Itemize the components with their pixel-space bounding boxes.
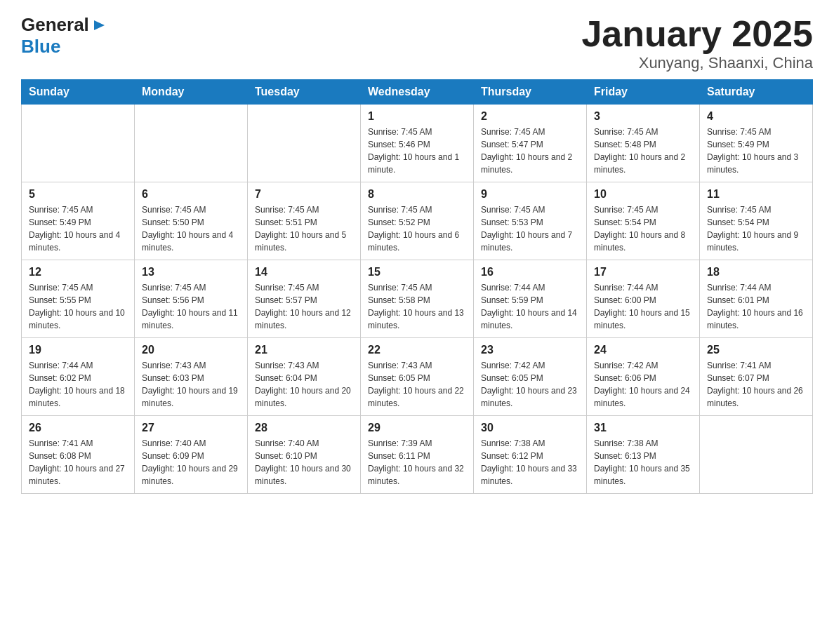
day-number: 18 [707, 266, 805, 279]
calendar-cell [700, 416, 813, 494]
weekday-header-friday: Friday [587, 80, 700, 105]
day-number: 5 [29, 188, 127, 201]
month-title: January 2025 [581, 14, 813, 54]
day-info: Sunrise: 7:38 AM Sunset: 6:13 PM Dayligh… [594, 437, 692, 488]
day-info: Sunrise: 7:45 AM Sunset: 5:58 PM Dayligh… [368, 281, 466, 332]
location-text: Xunyang, Shaanxi, China [581, 54, 813, 72]
day-info: Sunrise: 7:41 AM Sunset: 6:07 PM Dayligh… [707, 359, 805, 410]
day-number: 16 [481, 266, 579, 279]
day-info: Sunrise: 7:45 AM Sunset: 5:56 PM Dayligh… [142, 281, 240, 332]
day-number: 6 [142, 188, 240, 201]
day-info: Sunrise: 7:45 AM Sunset: 5:49 PM Dayligh… [29, 203, 127, 254]
day-number: 22 [368, 344, 466, 356]
day-info: Sunrise: 7:45 AM Sunset: 5:53 PM Dayligh… [481, 203, 579, 254]
day-info: Sunrise: 7:43 AM Sunset: 6:04 PM Dayligh… [255, 359, 353, 410]
logo-arrow-icon [91, 18, 106, 36]
day-info: Sunrise: 7:45 AM Sunset: 5:55 PM Dayligh… [29, 281, 127, 332]
day-info: Sunrise: 7:45 AM Sunset: 5:46 PM Dayligh… [368, 126, 466, 176]
day-number: 17 [594, 266, 692, 279]
day-info: Sunrise: 7:43 AM Sunset: 6:05 PM Dayligh… [368, 359, 466, 410]
title-block: January 2025 Xunyang, Shaanxi, China [581, 14, 813, 72]
calendar-week-row: 19Sunrise: 7:44 AM Sunset: 6:02 PM Dayli… [22, 338, 813, 416]
svg-marker-0 [94, 20, 105, 30]
calendar-cell: 10Sunrise: 7:45 AM Sunset: 5:54 PM Dayli… [587, 182, 700, 260]
page-header: General Blue January 2025 Xunyang, Shaan… [21, 14, 813, 72]
day-info: Sunrise: 7:44 AM Sunset: 5:59 PM Dayligh… [481, 281, 579, 332]
day-info: Sunrise: 7:45 AM Sunset: 5:57 PM Dayligh… [255, 281, 353, 332]
day-number: 27 [142, 422, 240, 434]
day-info: Sunrise: 7:44 AM Sunset: 6:01 PM Dayligh… [707, 281, 805, 332]
calendar-cell: 14Sunrise: 7:45 AM Sunset: 5:57 PM Dayli… [248, 260, 361, 338]
calendar-cell: 26Sunrise: 7:41 AM Sunset: 6:08 PM Dayli… [22, 416, 135, 494]
weekday-header-saturday: Saturday [700, 80, 813, 105]
logo-general-text: General [21, 14, 89, 36]
day-info: Sunrise: 7:45 AM Sunset: 5:51 PM Dayligh… [255, 203, 353, 254]
calendar-cell: 23Sunrise: 7:42 AM Sunset: 6:05 PM Dayli… [474, 338, 587, 416]
calendar-cell: 13Sunrise: 7:45 AM Sunset: 5:56 PM Dayli… [135, 260, 248, 338]
calendar-cell: 4Sunrise: 7:45 AM Sunset: 5:49 PM Daylig… [700, 105, 813, 182]
day-number: 11 [707, 188, 805, 201]
day-number: 20 [142, 344, 240, 356]
calendar-cell: 3Sunrise: 7:45 AM Sunset: 5:48 PM Daylig… [587, 105, 700, 182]
calendar-cell: 5Sunrise: 7:45 AM Sunset: 5:49 PM Daylig… [22, 182, 135, 260]
day-number: 30 [481, 422, 579, 434]
day-info: Sunrise: 7:44 AM Sunset: 6:00 PM Dayligh… [594, 281, 692, 332]
calendar-cell: 11Sunrise: 7:45 AM Sunset: 5:54 PM Dayli… [700, 182, 813, 260]
day-number: 23 [481, 344, 579, 356]
calendar-cell: 7Sunrise: 7:45 AM Sunset: 5:51 PM Daylig… [248, 182, 361, 260]
day-number: 31 [594, 422, 692, 434]
day-info: Sunrise: 7:40 AM Sunset: 6:09 PM Dayligh… [142, 437, 240, 488]
calendar-cell: 6Sunrise: 7:45 AM Sunset: 5:50 PM Daylig… [135, 182, 248, 260]
calendar-cell: 17Sunrise: 7:44 AM Sunset: 6:00 PM Dayli… [587, 260, 700, 338]
day-info: Sunrise: 7:40 AM Sunset: 6:10 PM Dayligh… [255, 437, 353, 488]
weekday-header-wednesday: Wednesday [361, 80, 474, 105]
calendar-cell: 8Sunrise: 7:45 AM Sunset: 5:52 PM Daylig… [361, 182, 474, 260]
calendar-cell [135, 105, 248, 182]
calendar-cell [22, 105, 135, 182]
day-number: 26 [29, 422, 127, 434]
day-info: Sunrise: 7:38 AM Sunset: 6:12 PM Dayligh… [481, 437, 579, 488]
day-info: Sunrise: 7:45 AM Sunset: 5:50 PM Dayligh… [142, 203, 240, 254]
calendar-cell: 20Sunrise: 7:43 AM Sunset: 6:03 PM Dayli… [135, 338, 248, 416]
calendar-cell: 24Sunrise: 7:42 AM Sunset: 6:06 PM Dayli… [587, 338, 700, 416]
day-info: Sunrise: 7:41 AM Sunset: 6:08 PM Dayligh… [29, 437, 127, 488]
calendar-cell: 27Sunrise: 7:40 AM Sunset: 6:09 PM Dayli… [135, 416, 248, 494]
day-info: Sunrise: 7:45 AM Sunset: 5:52 PM Dayligh… [368, 203, 466, 254]
day-number: 19 [29, 344, 127, 356]
day-number: 2 [481, 110, 579, 123]
day-info: Sunrise: 7:42 AM Sunset: 6:06 PM Dayligh… [594, 359, 692, 410]
calendar-cell: 16Sunrise: 7:44 AM Sunset: 5:59 PM Dayli… [474, 260, 587, 338]
weekday-header-tuesday: Tuesday [248, 80, 361, 105]
calendar-week-row: 26Sunrise: 7:41 AM Sunset: 6:08 PM Dayli… [22, 416, 813, 494]
calendar-cell: 28Sunrise: 7:40 AM Sunset: 6:10 PM Dayli… [248, 416, 361, 494]
calendar-cell: 22Sunrise: 7:43 AM Sunset: 6:05 PM Dayli… [361, 338, 474, 416]
day-number: 9 [481, 188, 579, 201]
calendar-cell: 15Sunrise: 7:45 AM Sunset: 5:58 PM Dayli… [361, 260, 474, 338]
day-info: Sunrise: 7:43 AM Sunset: 6:03 PM Dayligh… [142, 359, 240, 410]
calendar-cell: 30Sunrise: 7:38 AM Sunset: 6:12 PM Dayli… [474, 416, 587, 494]
calendar-week-row: 12Sunrise: 7:45 AM Sunset: 5:55 PM Dayli… [22, 260, 813, 338]
day-number: 12 [29, 266, 127, 279]
day-number: 4 [707, 110, 805, 123]
weekday-header-thursday: Thursday [474, 80, 587, 105]
calendar-cell [248, 105, 361, 182]
day-number: 3 [594, 110, 692, 123]
day-info: Sunrise: 7:45 AM Sunset: 5:54 PM Dayligh… [707, 203, 805, 254]
day-number: 14 [255, 266, 353, 279]
calendar-cell: 25Sunrise: 7:41 AM Sunset: 6:07 PM Dayli… [700, 338, 813, 416]
calendar-week-row: 5Sunrise: 7:45 AM Sunset: 5:49 PM Daylig… [22, 182, 813, 260]
day-number: 29 [368, 422, 466, 434]
day-info: Sunrise: 7:39 AM Sunset: 6:11 PM Dayligh… [368, 437, 466, 488]
calendar-header-row: SundayMondayTuesdayWednesdayThursdayFrid… [22, 80, 813, 105]
day-info: Sunrise: 7:42 AM Sunset: 6:05 PM Dayligh… [481, 359, 579, 410]
calendar-cell: 18Sunrise: 7:44 AM Sunset: 6:01 PM Dayli… [700, 260, 813, 338]
day-number: 7 [255, 188, 353, 201]
day-number: 24 [594, 344, 692, 356]
calendar-week-row: 1Sunrise: 7:45 AM Sunset: 5:46 PM Daylig… [22, 105, 813, 182]
weekday-header-sunday: Sunday [22, 80, 135, 105]
day-number: 1 [368, 110, 466, 123]
calendar-cell: 2Sunrise: 7:45 AM Sunset: 5:47 PM Daylig… [474, 105, 587, 182]
day-number: 10 [594, 188, 692, 201]
day-info: Sunrise: 7:45 AM Sunset: 5:54 PM Dayligh… [594, 203, 692, 254]
calendar-table: SundayMondayTuesdayWednesdayThursdayFrid… [21, 79, 813, 494]
